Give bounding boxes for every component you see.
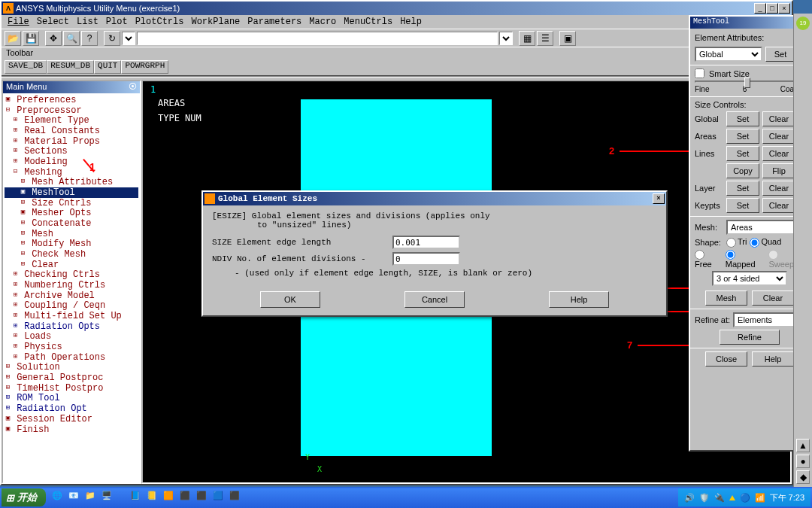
size-Areas-btn1[interactable]: Set xyxy=(726,129,759,144)
tree-item[interactable]: ⊞ Archive Model xyxy=(5,291,138,301)
save-db-button[interactable]: SAVE_DB xyxy=(5,60,47,74)
mesh-clear-button[interactable]: Clear xyxy=(752,291,794,306)
size-Lines-btn2[interactable]: Clear xyxy=(762,146,795,161)
tree-item[interactable]: ⊞ Clear xyxy=(5,260,138,270)
strip-btn-3[interactable]: ◆ xyxy=(796,470,810,484)
sided-select[interactable]: 3 or 4 sided xyxy=(712,271,787,286)
tool-open-icon[interactable]: 📂 xyxy=(5,31,21,46)
tool-save-icon[interactable]: 💾 xyxy=(23,31,39,46)
menu-workplane[interactable]: WorkPlane xyxy=(188,17,243,27)
ql-icon-2[interactable]: 📧 xyxy=(68,491,82,504)
tree-item[interactable]: ▣ Mesher Opts xyxy=(5,208,138,218)
resum-db-button[interactable]: RESUM_DB xyxy=(47,60,94,74)
tool-dropdown-2[interactable] xyxy=(499,32,513,45)
tree-item[interactable]: ⊞ Checking Ctrls xyxy=(5,269,138,280)
size-copy-btn1[interactable]: Copy xyxy=(726,163,759,178)
tree-item[interactable]: ⊞ Material Props xyxy=(5,136,138,147)
tray-clock[interactable]: 下午 7:23 xyxy=(770,492,804,503)
menu-help[interactable]: Help xyxy=(397,17,425,27)
tree-item[interactable]: ⊞ Numbering Ctrls xyxy=(5,280,138,291)
tray-icon-3[interactable]: 🔌 xyxy=(714,493,725,503)
tree-item[interactable]: ⊞ Concatenate xyxy=(5,218,138,229)
free-radio[interactable]: Free xyxy=(695,250,723,269)
size-Keypts-btn2[interactable]: Clear xyxy=(762,198,795,213)
tool-grid-icon[interactable]: ▦ xyxy=(519,31,535,46)
tool-zoom-icon[interactable]: 🔍 xyxy=(63,31,80,46)
tree-item[interactable]: ⊞ Modify Mesh xyxy=(5,239,138,249)
size-Lines-btn1[interactable]: Set xyxy=(726,146,759,161)
dialog-help-button[interactable]: Help xyxy=(549,291,609,308)
tree-item[interactable]: ⊞ Real Constants xyxy=(5,126,138,136)
elem-attr-set-button[interactable]: Set xyxy=(765,47,795,62)
tree-item[interactable]: ⊞ Coupling / Ceqn xyxy=(5,300,138,311)
app-icon-4[interactable]: ⬛ xyxy=(180,491,193,504)
minimize-button[interactable]: _ xyxy=(754,3,766,14)
powrgrph-button[interactable]: POWRGRPH xyxy=(121,60,168,74)
tree-item[interactable]: ⊞ Mesh xyxy=(5,229,138,239)
size-Layer-btn2[interactable]: Clear xyxy=(762,181,795,196)
dialog-close-button[interactable]: × xyxy=(653,193,665,204)
strip-btn-1[interactable]: ▲ xyxy=(796,439,810,452)
start-button[interactable]: ⊞ 开始 xyxy=(2,488,46,506)
app-icon-5[interactable]: ⬛ xyxy=(196,491,210,504)
menu-macro[interactable]: Macro xyxy=(306,17,339,27)
app-icon-6[interactable]: 🟦 xyxy=(213,491,226,504)
smart-size-slider[interactable] xyxy=(695,81,804,83)
dialog-titlebar[interactable]: Global Element Sizes × xyxy=(203,192,666,205)
tree-item[interactable]: ▣ Session Editor xyxy=(5,414,138,424)
tree-item[interactable]: ⊞ Solution xyxy=(5,362,138,373)
meshtool-close-button[interactable]: Close xyxy=(705,351,747,367)
tree-item[interactable]: ⊞ ROM Tool xyxy=(5,393,138,403)
tree-item[interactable]: ⊞ Physics xyxy=(5,342,138,352)
badge-icon[interactable]: 19 xyxy=(796,17,810,30)
tree-item[interactable]: ⊞ Check Mesh xyxy=(5,249,138,260)
size-Layer-btn1[interactable]: Set xyxy=(726,181,759,196)
close-button[interactable]: × xyxy=(778,3,790,14)
dialog-cancel-button[interactable]: Cancel xyxy=(404,291,465,308)
size-Global-btn1[interactable]: Set xyxy=(726,111,759,126)
menu-file[interactable]: File xyxy=(5,17,32,27)
tool-refresh-icon[interactable]: ↻ xyxy=(104,31,120,46)
mapped-radio[interactable]: Mapped xyxy=(726,250,766,269)
tree-item[interactable]: ⊞ Element Type xyxy=(5,115,138,126)
tree-item[interactable]: ⊟ Preprocessor xyxy=(5,105,138,116)
ql-icon-4[interactable]: 🖥️ xyxy=(102,491,115,504)
menu-menuctrls[interactable]: MenuCtrls xyxy=(341,17,395,27)
tree-item[interactable]: ▣ Preferences xyxy=(5,95,138,105)
command-input[interactable] xyxy=(137,32,498,45)
smart-size-checkbox[interactable] xyxy=(695,68,704,78)
size-input[interactable] xyxy=(392,236,460,249)
tree-item[interactable]: ⊞ Path Operations xyxy=(5,352,138,363)
app-icon-2[interactable]: 📒 xyxy=(147,491,160,504)
tree-item[interactable]: ⊞ Modeling xyxy=(5,157,138,167)
tool-dropdown-1[interactable] xyxy=(122,32,135,45)
size-Areas-btn2[interactable]: Clear xyxy=(762,129,795,144)
tree-item[interactable]: ⊞ Radiation Opts xyxy=(5,321,138,332)
main-menu-tree[interactable]: ▣ Preferences⊟ Preprocessor⊞ Element Typ… xyxy=(3,93,140,482)
tree-item[interactable]: ⊞ Loads xyxy=(5,331,138,342)
tree-item[interactable]: ⊞ Mesh Attributes xyxy=(5,177,138,187)
quit-button[interactable]: QUIT xyxy=(94,60,121,74)
tray-icon-1[interactable]: 🔊 xyxy=(684,493,695,503)
menu-plot[interactable]: Plot xyxy=(103,17,131,27)
menu-select[interactable]: Select xyxy=(34,17,72,27)
menu-plotctrls[interactable]: PlotCtrls xyxy=(132,17,187,27)
tray-icon-5[interactable]: 🔵 xyxy=(740,493,750,503)
ndiv-input[interactable] xyxy=(392,252,460,266)
size-Keypts-btn1[interactable]: Set xyxy=(726,198,759,213)
tool-help-icon[interactable]: ? xyxy=(81,31,98,46)
tray-icon-6[interactable]: 📶 xyxy=(755,493,765,503)
mesh-button[interactable]: Mesh xyxy=(705,291,747,306)
tree-item[interactable]: ⊞ General Postproc xyxy=(5,373,138,383)
tool-window-icon[interactable]: ▣ xyxy=(559,31,576,46)
tree-item[interactable]: ⊞ Size Cntrls xyxy=(5,198,138,208)
ql-icon-3[interactable]: 📁 xyxy=(85,491,98,504)
tree-item[interactable]: ▣ Finish xyxy=(5,424,138,435)
size-Global-btn2[interactable]: Clear xyxy=(762,111,795,126)
shape-quad-radio[interactable]: Quad xyxy=(750,237,781,248)
app-icon-7[interactable]: ⬛ xyxy=(229,491,243,504)
tree-item[interactable]: ⊞ TimeHist Postpro xyxy=(5,383,138,394)
main-menu-pin-icon[interactable]: ⦿ xyxy=(129,82,137,93)
tray-icon-4[interactable] xyxy=(729,493,735,502)
app-icon-3[interactable]: 🟧 xyxy=(163,491,177,504)
